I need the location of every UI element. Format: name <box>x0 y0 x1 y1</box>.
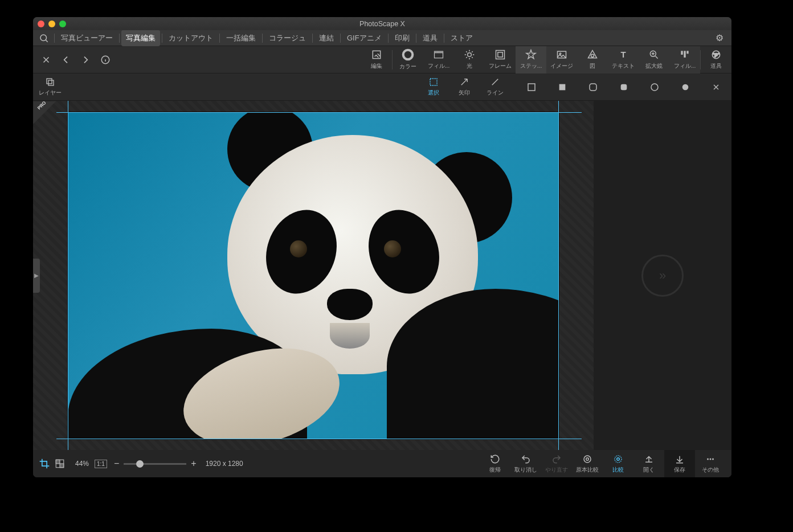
nav-collage[interactable]: コラージュ <box>264 30 310 46</box>
app-window: PhotoScape X 写真ビューアー 写真編集 カットアウト 一括編集 コラ… <box>33 17 731 477</box>
sub-toolbar: レイヤー 選択 矢印 ライン <box>33 73 731 101</box>
minimize-window-icon[interactable] <box>48 21 55 27</box>
revert-label: 復帰 <box>489 466 501 474</box>
selection-guide-top <box>56 112 582 113</box>
shape-close-icon[interactable] <box>701 73 731 101</box>
canvas-image[interactable] <box>68 112 559 439</box>
shape-circle-filled[interactable] <box>670 73 701 101</box>
undo-button[interactable]: 取り消し <box>510 454 541 474</box>
divider <box>416 34 416 43</box>
selection-guide-bottom <box>56 439 582 439</box>
svg-point-36 <box>586 457 589 460</box>
toolbar: 編集 カラー フィル... 光 フレーム ステッ... イメージ <box>33 46 731 73</box>
subtool-arrow[interactable]: 矢印 <box>449 77 480 97</box>
shape-square-outline[interactable] <box>516 73 547 101</box>
shape-rounded-filled[interactable] <box>608 73 639 101</box>
settings-icon[interactable]: ⚙ <box>708 32 731 43</box>
undo-label: 取り消し <box>514 466 537 474</box>
apply-button[interactable]: » <box>641 255 684 297</box>
insert-tool-group: ステッ... イメージ 図 T テキスト 拡大鏡 フィル... <box>516 46 700 73</box>
subtool-select[interactable]: 選択 <box>418 77 449 97</box>
nav-gif[interactable]: GIFアニメ <box>342 30 386 46</box>
tool-film[interactable]: フィル... <box>423 46 454 73</box>
checker-icon[interactable] <box>55 459 65 469</box>
layer-label: レイヤー <box>39 89 62 97</box>
svg-point-6 <box>468 53 472 57</box>
open-button[interactable]: 開く <box>633 454 664 474</box>
divider <box>388 34 389 43</box>
svg-point-30 <box>682 84 689 90</box>
zoom-minus-icon[interactable]: − <box>114 459 119 469</box>
zoom-slider[interactable]: − + <box>114 459 197 469</box>
nav-viewer[interactable]: 写真ビューアー <box>56 30 117 46</box>
save-label: 保存 <box>674 466 685 474</box>
more-button[interactable]: その他 <box>695 454 726 474</box>
svg-rect-28 <box>621 84 627 90</box>
divider <box>312 34 313 43</box>
divider <box>54 34 55 43</box>
redo-button[interactable]: やり直す <box>541 454 572 474</box>
zoom-value: 44% <box>75 460 89 468</box>
nav-editor[interactable]: 写真編集 <box>121 30 160 46</box>
tool-filter[interactable]: フィル... <box>669 46 700 73</box>
tool-sticker-label: ステッ... <box>520 62 542 70</box>
maximize-window-icon[interactable] <box>59 21 66 27</box>
next-icon[interactable] <box>81 55 90 64</box>
close-icon[interactable] <box>41 55 51 65</box>
svg-point-37 <box>615 456 622 463</box>
tool-tools[interactable]: 道具 <box>701 46 731 73</box>
shape-rounded-outline[interactable] <box>578 73 608 101</box>
tool-sticker[interactable]: ステッ... <box>516 46 546 73</box>
zoom-plus-icon[interactable]: + <box>191 459 196 469</box>
tool-light[interactable]: 光 <box>454 46 485 73</box>
tool-frame[interactable]: フレーム <box>485 46 516 73</box>
tool-color[interactable]: カラー <box>393 46 423 73</box>
info-icon[interactable] <box>100 55 111 65</box>
nav-print[interactable]: 印刷 <box>390 30 414 46</box>
tool-image[interactable]: イメージ <box>546 46 577 73</box>
zoom-thumb[interactable] <box>136 460 144 468</box>
shape-square-filled[interactable] <box>547 73 578 101</box>
selection-guide-left <box>68 101 68 450</box>
tool-magnifier[interactable]: 拡大鏡 <box>639 46 669 73</box>
divider <box>119 34 120 43</box>
shape-circle-outline[interactable] <box>639 73 670 101</box>
nav-combine[interactable]: 連結 <box>314 30 338 46</box>
divider <box>444 34 444 43</box>
subtool-line[interactable]: ライン <box>480 77 510 97</box>
tool-tools-label: 道具 <box>710 62 722 70</box>
nav-tools[interactable]: 道具 <box>418 30 442 46</box>
canvas-area[interactable]: PRO ▶ <box>33 101 594 450</box>
svg-point-4 <box>406 52 410 56</box>
tool-figure[interactable]: 図 <box>577 46 608 73</box>
zoom-100-button[interactable]: 1:1 <box>95 460 107 468</box>
svg-rect-24 <box>430 79 437 85</box>
zoom-track[interactable] <box>124 463 186 465</box>
tool-color-label: カラー <box>399 63 416 71</box>
svg-point-41 <box>712 458 714 460</box>
close-window-icon[interactable] <box>38 21 44 27</box>
crop-icon[interactable] <box>39 458 50 469</box>
layer-button[interactable]: レイヤー <box>33 77 67 97</box>
svg-rect-16 <box>686 51 688 54</box>
tool-text[interactable]: T テキスト <box>608 46 639 73</box>
nav-batch[interactable]: 一括編集 <box>222 30 260 46</box>
selection-guide-right <box>558 101 559 450</box>
compare-original-button[interactable]: 原本比較 <box>572 454 603 474</box>
svg-rect-25 <box>528 84 535 91</box>
nav-cutout[interactable]: カットアウト <box>164 30 218 46</box>
redo-label: やり直す <box>545 466 568 474</box>
tool-film-label: フィル... <box>428 62 449 70</box>
prev-icon[interactable] <box>62 55 71 64</box>
nav-store[interactable]: ストア <box>446 30 477 46</box>
tool-edit[interactable]: 編集 <box>361 46 392 73</box>
tool-image-label: イメージ <box>550 62 573 70</box>
open-label: 開く <box>643 466 655 474</box>
app-logo-icon[interactable] <box>38 32 50 44</box>
sidebar-expand-handle[interactable]: ▶ <box>33 259 40 293</box>
subtool-arrow-label: 矢印 <box>459 89 470 97</box>
revert-button[interactable]: 復帰 <box>480 454 510 474</box>
save-button[interactable]: 保存 <box>664 450 695 477</box>
compare-button[interactable]: 比較 <box>603 454 633 474</box>
svg-point-19 <box>713 53 715 55</box>
